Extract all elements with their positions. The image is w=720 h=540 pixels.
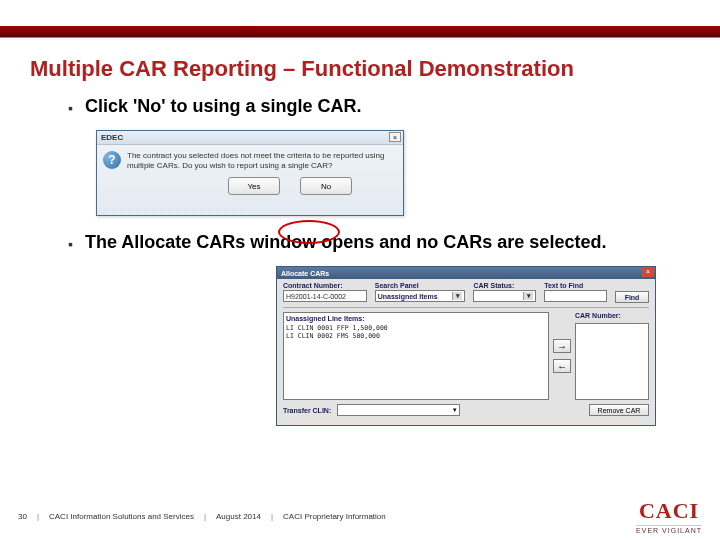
logo-tag: EVER VIGILANT — [636, 525, 702, 534]
transfer-clin-label: Transfer CLIN: — [283, 407, 331, 414]
search-panel-label: Search Panel — [375, 282, 466, 289]
list-item[interactable]: LI CLIN 0001 FFP 1,500,000 — [286, 324, 546, 332]
remove-car-button[interactable]: Remove CAR — [589, 404, 649, 416]
bullet-2: ▪ The Allocate CARs window opens and no … — [68, 232, 665, 256]
header-bar — [0, 26, 720, 38]
text-to-find-input[interactable] — [544, 290, 607, 302]
bullet-1: ▪ Click 'No' to using a single CAR. — [68, 96, 665, 120]
chevron-down-icon: ▾ — [453, 406, 457, 414]
footer-org: CACI Information Solutions and Services — [49, 512, 194, 521]
footer-date: August 2014 — [216, 512, 261, 521]
move-left-button[interactable]: ← — [553, 359, 571, 373]
chevron-down-icon: ▾ — [523, 292, 533, 300]
unassigned-items-label: Unassigned Line Items: — [286, 315, 546, 322]
caci-logo: CACI EVER VIGILANT — [636, 498, 702, 534]
find-button[interactable]: Find — [615, 291, 649, 303]
search-field-value: Unassigned Items — [378, 293, 438, 300]
dialog1-message: The contract you selected does not meet … — [127, 151, 397, 171]
contract-number-field: H92001-14-C-0002 — [283, 290, 367, 302]
dialog2-titlebar: Allocate CARs — [277, 267, 655, 279]
close-icon[interactable]: × — [642, 267, 654, 277]
car-status-label: CAR Status: — [473, 282, 536, 289]
logo-name: CACI — [636, 498, 702, 524]
footer-classification: CACI Proprietary Information — [283, 512, 386, 521]
slide-footer: 30 | CACI Information Solutions and Serv… — [0, 492, 720, 540]
annotation-circle — [278, 220, 340, 244]
dialog-single-car: EDEC × ? The contract you selected does … — [96, 130, 404, 216]
contract-label: Contract Number: — [283, 282, 367, 289]
search-field-select[interactable]: Unassigned Items ▾ — [375, 290, 466, 302]
slide-title: Multiple CAR Reporting – Functional Demo… — [30, 56, 720, 82]
no-button[interactable]: No — [300, 177, 352, 195]
bullet-marker: ▪ — [68, 232, 73, 256]
slide-content: ▪ Click 'No' to using a single CAR. EDEC… — [0, 96, 720, 426]
car-number-label: CAR Number: — [575, 312, 649, 319]
page-number: 30 — [18, 512, 27, 521]
dialog1-title-text: EDEC — [101, 133, 123, 142]
bullet-2-text: The Allocate CARs window opens and no CA… — [85, 232, 606, 256]
car-status-select[interactable]: ▾ — [473, 290, 536, 302]
dialog1-titlebar: EDEC — [97, 131, 403, 145]
list-item[interactable]: LI CLIN 0002 FMS 500,000 — [286, 332, 546, 340]
question-icon: ? — [103, 151, 121, 169]
yes-button[interactable]: Yes — [228, 177, 280, 195]
car-number-list[interactable] — [575, 323, 649, 400]
bullet-marker: ▪ — [68, 96, 73, 120]
bullet-1-text: Click 'No' to using a single CAR. — [85, 96, 362, 120]
text-to-find-label: Text to Find — [544, 282, 607, 289]
chevron-down-icon: ▾ — [452, 292, 462, 300]
unassigned-items-list[interactable]: Unassigned Line Items: LI CLIN 0001 FFP … — [283, 312, 549, 400]
dialog-allocate-cars: Allocate CARs × Contract Number: H92001-… — [276, 266, 656, 426]
dialog2-title-text: Allocate CARs — [281, 270, 329, 277]
close-icon[interactable]: × — [389, 132, 401, 142]
move-right-button[interactable]: → — [553, 339, 571, 353]
transfer-clin-select[interactable]: ▾ — [337, 404, 460, 416]
divider — [283, 307, 649, 308]
